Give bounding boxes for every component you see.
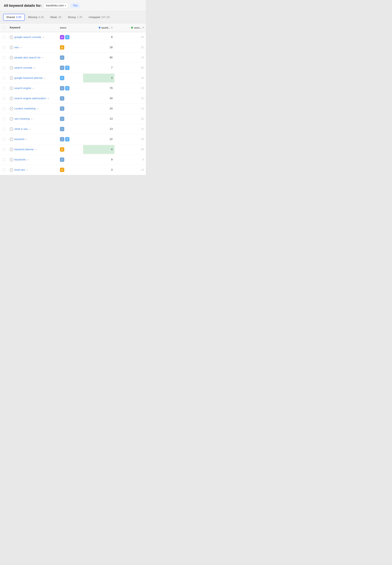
keyword-cell[interactable]: + local seo » [8, 165, 58, 174]
keyword-cell[interactable]: + search console » [8, 63, 58, 72]
intent-cell: C [58, 42, 83, 52]
intent-cell: I [58, 155, 83, 165]
semrush-value: 60 [114, 63, 146, 72]
row-checkbox-10[interactable] [0, 135, 8, 144]
row-checkbox-3[interactable] [0, 64, 8, 72]
row-checkbox-8[interactable] [0, 115, 8, 123]
checkbox[interactable] [2, 138, 5, 141]
add-keyword-icon[interactable]: + [10, 137, 13, 141]
keyword-cell[interactable]: + google keyword planner » [8, 74, 58, 83]
intent-cell: I [58, 104, 83, 114]
tab-untapped[interactable]: Untapped 547.2K [86, 14, 113, 20]
keyword-cell[interactable]: + search engine optimization » [8, 94, 58, 103]
row-checkbox-9[interactable] [0, 125, 8, 133]
backlinko-sort-icon[interactable]: ⇅ [111, 27, 112, 29]
checkbox[interactable] [2, 168, 5, 171]
backlinko-value: 24 [83, 104, 114, 113]
keyword-cell[interactable]: + keyword » [8, 135, 58, 144]
tab-weak[interactable]: Weak 2K [47, 14, 64, 20]
add-keyword-icon[interactable]: + [10, 148, 13, 151]
backlinko-value: 7 [83, 63, 114, 72]
add-keyword-icon[interactable]: + [10, 87, 13, 90]
add-keyword-icon[interactable]: + [10, 117, 13, 120]
tab-shared[interactable]: Shared 8.9K [3, 14, 25, 21]
keyword-cell[interactable]: + search engine » [8, 84, 58, 93]
semrush-value: 31 [114, 114, 146, 123]
navigate-icon: » [37, 107, 38, 110]
tab-strong[interactable]: Strong 1.7K [65, 14, 85, 20]
navigate-icon: » [48, 97, 49, 100]
checkbox[interactable] [2, 128, 5, 131]
checkbox[interactable] [2, 46, 5, 49]
table-row: + keyword planner » C450 [0, 144, 146, 155]
keyword-cell[interactable]: + content marketing » [8, 104, 58, 113]
tab-count-shared: 8.9K [16, 16, 22, 19]
checkbox[interactable] [2, 97, 5, 100]
checkbox[interactable] [2, 118, 5, 120]
checkbox[interactable] [2, 158, 5, 161]
checkbox[interactable] [2, 107, 5, 110]
add-keyword-icon[interactable]: + [10, 168, 13, 172]
semrush-value: 13 [114, 104, 146, 113]
navigate-icon: » [29, 128, 30, 130]
semrush-value: 15 [114, 74, 146, 82]
keyword-cell[interactable]: + keyword planner » [8, 145, 58, 154]
add-keyword-icon[interactable]: + [10, 76, 13, 80]
row-checkbox-6[interactable] [0, 94, 8, 103]
tab-label-missing: Missing [28, 16, 37, 19]
keyword-text: google search console [14, 36, 41, 39]
keyword-cell[interactable]: + seo meaning » [8, 114, 58, 123]
row-checkbox-11[interactable] [0, 145, 8, 154]
select-all-checkbox[interactable] [0, 23, 8, 32]
table-row: + keyword » IT2226 [0, 134, 146, 144]
backlinko-value: 34 [83, 94, 114, 103]
keyword-cell[interactable]: + seo » [8, 43, 58, 52]
tab-label-shared: Shared [6, 16, 15, 19]
checkbox[interactable] [2, 56, 5, 59]
tab-label-strong: Strong [68, 16, 76, 19]
tab-missing[interactable]: Missing 6.2K [25, 14, 47, 20]
intent-badge-i: I [60, 55, 64, 60]
table-row: + what is seo » I1311 [0, 124, 146, 134]
intent-badge-i: I [60, 157, 64, 162]
semrush-column-header: semr... ⇅ [114, 23, 146, 32]
backlinko-dot [99, 27, 100, 29]
add-keyword-icon[interactable]: + [10, 158, 13, 161]
add-keyword-icon[interactable]: + [10, 107, 13, 110]
checkbox-all[interactable] [2, 26, 5, 29]
keyword-cell[interactable]: + google search console » [8, 33, 58, 42]
keyword-cell[interactable]: + what is seo » [8, 124, 58, 134]
checkbox[interactable] [2, 77, 5, 79]
backlinko-value: 18 [83, 43, 114, 52]
row-checkbox-12[interactable] [0, 155, 8, 164]
backlinko-value: 3 [83, 74, 114, 82]
semrush-sort-icon[interactable]: ⇅ [142, 27, 144, 29]
table-row: + search engine optimization » I3431 [0, 93, 146, 104]
keyword-cell[interactable]: + keywords » [8, 155, 58, 164]
checkbox[interactable] [2, 87, 5, 90]
checkbox[interactable] [2, 36, 5, 39]
row-checkbox-13[interactable] [0, 166, 8, 174]
table-row: + people also search for » I9074 [0, 53, 146, 63]
keyword-text: what is seo [14, 127, 28, 131]
semrush-value: 74 [114, 53, 146, 62]
keyword-text: keyword planner [14, 148, 34, 151]
checkbox[interactable] [2, 66, 5, 69]
row-checkbox-0[interactable] [0, 33, 8, 42]
row-checkbox-7[interactable] [0, 104, 8, 113]
checkbox[interactable] [2, 148, 5, 151]
add-keyword-icon[interactable]: + [10, 46, 13, 49]
add-keyword-icon[interactable]: + [10, 97, 13, 100]
keyword-cell[interactable]: + people also search for » [8, 53, 58, 62]
row-checkbox-1[interactable] [0, 43, 8, 52]
row-checkbox-4[interactable] [0, 74, 8, 82]
add-keyword-icon[interactable]: + [10, 56, 13, 59]
intent-badge-i: I [60, 127, 64, 131]
add-keyword-icon[interactable]: + [10, 66, 13, 70]
add-keyword-icon[interactable]: + [10, 127, 13, 131]
domain-selector[interactable]: backlinko.com ▾ [43, 3, 68, 8]
row-checkbox-2[interactable] [0, 53, 8, 62]
add-keyword-icon[interactable]: + [10, 35, 13, 39]
intent-badge-c: C [60, 45, 64, 50]
row-checkbox-5[interactable] [0, 84, 8, 92]
